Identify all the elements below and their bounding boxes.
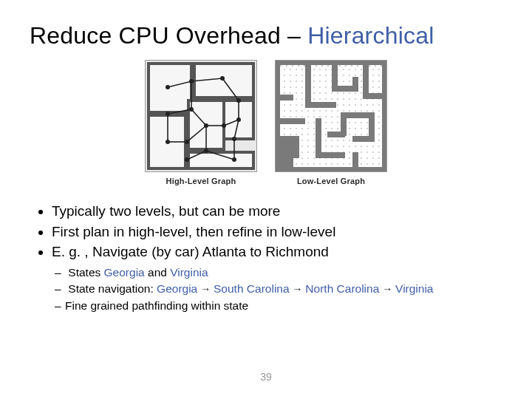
svg-rect-69 — [352, 77, 358, 92]
sub-bullet-1: States Georgia and Virginia — [65, 265, 502, 281]
svg-rect-71 — [363, 93, 383, 99]
title-plain: Reduce CPU Overhead — [30, 22, 287, 49]
sub-bullet-2: State navigation: Georgia → South Caroli… — [65, 281, 502, 297]
svg-rect-1 — [149, 64, 191, 112]
title-accent: Hierarchical — [307, 22, 434, 49]
svg-rect-70 — [363, 64, 369, 98]
svg-point-25 — [189, 79, 194, 83]
svg-rect-66 — [305, 102, 336, 108]
svg-rect-73 — [279, 136, 293, 168]
slide-title: Reduce CPU Overhead – Hierarchical — [30, 22, 502, 50]
sub-bullet-list: States Georgia and Virginia State naviga… — [65, 265, 502, 314]
sub1-virginia: Virginia — [170, 266, 208, 279]
svg-rect-74 — [293, 136, 299, 158]
high-level-graph-diagram — [145, 60, 257, 172]
svg-rect-75 — [316, 118, 321, 158]
bullet-1: Typically two levels, but can be more — [52, 202, 502, 221]
bullet-3: E. g. , Navigate (by car) Atlanta to Ric… — [52, 242, 502, 314]
svg-point-33 — [166, 140, 170, 144]
svg-point-30 — [232, 157, 236, 162]
svg-point-28 — [236, 117, 241, 122]
slide: Reduce CPU Overhead – Hierarchical — [0, 0, 532, 399]
sub2-georgia: Georgia — [157, 282, 197, 295]
bullet-list: Typically two levels, but can be more Fi… — [52, 202, 502, 314]
caption-high: High-Level Graph — [166, 177, 236, 185]
svg-point-36 — [204, 123, 208, 128]
arrow-icon: → — [379, 283, 395, 295]
svg-rect-65 — [305, 64, 311, 108]
svg-rect-82 — [327, 132, 345, 137]
arrow-icon: → — [290, 283, 306, 295]
svg-point-32 — [166, 112, 170, 116]
svg-point-35 — [185, 157, 189, 162]
svg-rect-72 — [279, 118, 305, 124]
sub2-nc: North Carolina — [305, 282, 379, 295]
figure-row: High-Level Graph — [30, 60, 502, 185]
sub1-georgia: Georgia — [104, 266, 145, 279]
arrow-icon: → — [197, 283, 214, 295]
svg-point-37 — [222, 123, 226, 128]
bullet-3-text: E. g. , Navigate (by car) Atlanta to Ric… — [52, 244, 329, 259]
sub2-virginia: Virginia — [395, 282, 433, 295]
sub2-a: State navigation: — [68, 282, 157, 295]
svg-point-26 — [220, 76, 225, 81]
sub2-sc: South Carolina — [214, 282, 290, 295]
bullet-2: First plan in high-level, then refine in… — [52, 222, 502, 242]
svg-point-29 — [232, 137, 236, 141]
svg-point-38 — [204, 149, 208, 153]
svg-point-27 — [236, 98, 241, 103]
sub1-b: and — [145, 266, 170, 279]
page-number: 39 — [0, 371, 532, 383]
figure-high-level: High-Level Graph — [145, 60, 257, 185]
svg-rect-60 — [276, 61, 386, 65]
title-dash: – — [287, 22, 307, 49]
svg-point-31 — [189, 107, 194, 112]
svg-rect-64 — [276, 95, 293, 100]
sub1-a: States — [68, 266, 103, 279]
low-level-graph-diagram — [275, 60, 387, 172]
svg-rect-81 — [352, 152, 358, 168]
svg-point-34 — [185, 140, 189, 144]
sub-bullet-3: Fine grained pathfinding within state — [65, 298, 502, 314]
svg-rect-80 — [352, 136, 375, 142]
caption-low: Low-Level Graph — [297, 177, 365, 185]
svg-rect-78 — [341, 112, 373, 118]
figure-low-level: Low-Level Graph — [275, 60, 387, 185]
svg-point-24 — [166, 85, 170, 89]
svg-rect-62 — [382, 61, 386, 171]
svg-rect-76 — [316, 152, 345, 158]
